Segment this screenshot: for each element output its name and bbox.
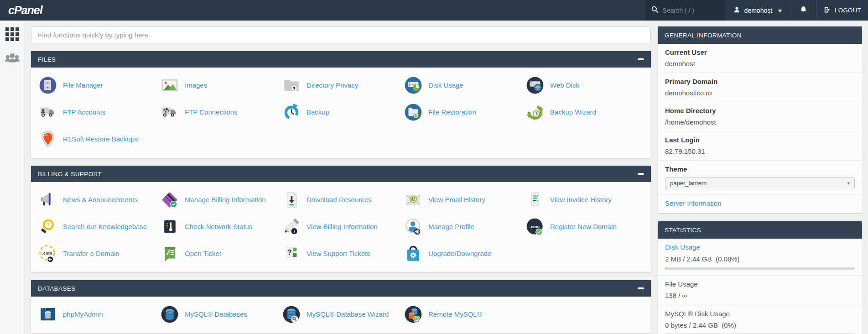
navbar-search-input[interactable] <box>663 7 719 14</box>
remote-mysql-icon[interactable] <box>404 305 423 324</box>
app-item-label[interactable]: Check Network Status <box>185 223 252 230</box>
directory-privacy-icon[interactable] <box>282 76 301 95</box>
app-item-label[interactable]: Remote MySQL® <box>428 310 482 318</box>
user-menu[interactable]: demohost <box>725 0 790 21</box>
app-item-directory-privacy: Directory Privacy <box>282 72 404 99</box>
app-item-images: Images <box>160 72 282 99</box>
app-item-label[interactable]: Register New Domain <box>550 223 617 230</box>
app-item-ftp-connections: FTP Connections <box>160 99 282 125</box>
files-section-panel: FILESFile ManagerImagesDirectory Privacy… <box>31 51 651 158</box>
phpmyadmin-icon[interactable] <box>38 305 57 324</box>
disk-usage-icon[interactable] <box>404 76 423 95</box>
manage-profile-icon[interactable] <box>404 217 423 236</box>
app-item-label[interactable]: MySQL® Database Wizard <box>307 310 389 318</box>
app-item-label[interactable]: Disk Usage <box>428 81 463 89</box>
section-title: BILLING & SUPPORT <box>38 171 102 177</box>
app-item-label[interactable]: MySQL® Databases <box>185 310 247 318</box>
app-item-label[interactable]: Transfer a Domain <box>63 250 120 257</box>
search-knowledgebase-icon[interactable]: ? <box>38 217 57 236</box>
app-item-label[interactable]: View Invoice History <box>550 196 612 204</box>
view-invoice-history-icon[interactable] <box>525 190 545 209</box>
statistics-rows: Disk Usage2 MB / 2.44 GB (0.08%)File Usa… <box>658 239 862 334</box>
collapse-billing-button[interactable] <box>638 173 644 175</box>
view-billing-information-icon[interactable]: i <box>282 217 301 236</box>
backup-icon[interactable] <box>282 103 301 122</box>
user-icon <box>733 6 741 15</box>
app-item-label[interactable]: Search our Knowledgebase <box>63 223 147 230</box>
app-item-label[interactable]: FTP Accounts <box>63 108 105 116</box>
download-resources-icon[interactable] <box>282 190 301 209</box>
quick-find-input[interactable] <box>31 26 651 43</box>
app-item-label[interactable]: File Restoration <box>428 108 476 116</box>
transfer-a-domain-icon[interactable]: .com <box>38 244 57 263</box>
app-item-label[interactable]: Manage Profile <box>428 223 474 230</box>
left-iconbar <box>0 21 25 334</box>
stat-link[interactable]: Disk Usage <box>665 243 700 251</box>
web-disk-icon[interactable] <box>525 76 545 95</box>
open-ticket-icon[interactable] <box>160 244 179 263</box>
databases-section-panel: DATABASESphpMyAdminMySQL® DatabasesMySQL… <box>31 280 651 333</box>
user-group-icon[interactable] <box>4 52 21 64</box>
section-title: DATABASES <box>38 285 76 292</box>
theme-select[interactable]: paper_lantern ▾ <box>665 177 855 189</box>
info-label: Home Directory <box>665 107 855 115</box>
app-item-label[interactable]: File Manager <box>63 81 103 89</box>
app-item-label[interactable]: Open Ticket <box>185 250 221 257</box>
ftp-accounts-icon[interactable] <box>38 103 57 122</box>
svg-text:i: i <box>294 229 295 234</box>
app-item-label[interactable]: Web Disk <box>550 81 579 89</box>
app-item-label[interactable]: Backup Wizard <box>550 108 596 116</box>
info-label: Current User <box>665 48 855 56</box>
ftp-connections-icon[interactable] <box>160 103 179 122</box>
apps-grid-icon[interactable] <box>5 27 20 42</box>
info-value: demohost <box>665 60 855 68</box>
general-information-header: GENERAL INFORMATION <box>658 26 862 44</box>
chevron-down-icon: ▾ <box>847 180 850 186</box>
images-icon[interactable] <box>160 76 179 95</box>
navbar-search[interactable] <box>645 0 725 21</box>
info-value: /home/demohost <box>665 118 855 126</box>
svg-text:?: ? <box>47 222 50 228</box>
app-item-label[interactable]: R1Soft Restore Backups <box>63 135 138 143</box>
mysql-database-wizard-icon[interactable] <box>282 305 301 324</box>
app-item-label[interactable]: View Email History <box>428 196 485 204</box>
app-item-label[interactable]: FTP Connections <box>185 108 238 116</box>
mysql-databases-icon[interactable] <box>160 305 179 324</box>
app-item-label[interactable]: Backup <box>307 108 329 116</box>
app-item-label[interactable]: Directory Privacy <box>307 81 358 89</box>
files-section-header: FILES <box>31 51 651 68</box>
server-information-link[interactable]: Server Information <box>665 199 721 207</box>
r1soft-restore-backups-icon[interactable] <box>38 130 57 149</box>
general-information-rows: Current UserdemohostPrimary Domaindemoho… <box>658 44 862 161</box>
view-support-tickets-icon[interactable]: ? <box>282 244 301 263</box>
app-item-label[interactable]: Images <box>185 81 207 89</box>
logout-button[interactable]: LOGOUT <box>816 0 868 21</box>
notifications-button[interactable] <box>790 0 816 21</box>
app-item-label[interactable]: View Billing Information <box>307 223 378 230</box>
collapse-files-button[interactable] <box>638 58 644 60</box>
backup-wizard-icon[interactable] <box>525 103 545 122</box>
manage-billing-information-icon[interactable] <box>160 190 179 209</box>
file-restoration-icon[interactable] <box>404 103 423 122</box>
view-email-history-icon[interactable] <box>404 190 423 209</box>
app-item-label[interactable]: View Support Tickets <box>307 250 370 257</box>
app-item-label[interactable]: Upgrade/Downgrade <box>428 250 491 257</box>
right-sidebar: GENERAL INFORMATION Current Userdemohost… <box>658 26 862 334</box>
file-manager-icon[interactable] <box>38 76 57 95</box>
upgrade-downgrade-icon[interactable] <box>404 244 423 263</box>
app-item-view-billing-information: iView Billing Information <box>282 213 404 240</box>
app-item-label[interactable]: Manage Billing Information <box>185 196 266 204</box>
app-item-register-new-domain: .comRegister New Domain <box>525 213 647 240</box>
app-item-news-announcements: News & Announcements <box>38 186 160 213</box>
collapse-databases-button[interactable] <box>638 287 644 289</box>
files-items-grid: File ManagerImagesDirectory PrivacyDisk … <box>31 68 651 158</box>
username-label: demohost <box>744 7 772 14</box>
register-new-domain-icon[interactable]: .com <box>525 217 545 236</box>
app-item-open-ticket: Open Ticket <box>160 240 282 267</box>
news-announcements-icon[interactable] <box>38 190 57 209</box>
check-network-status-icon[interactable] <box>160 217 179 236</box>
app-item-mysql-database-wizard: MySQL® Database Wizard <box>282 301 404 328</box>
app-item-label[interactable]: Download Resources <box>307 196 372 204</box>
app-item-label[interactable]: News & Announcements <box>63 196 137 204</box>
app-item-label[interactable]: phpMyAdmin <box>63 310 103 318</box>
